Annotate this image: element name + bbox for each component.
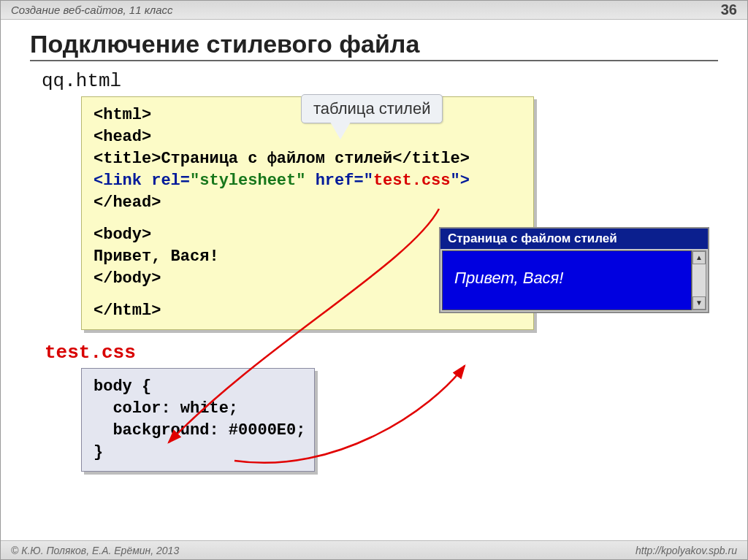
page-number: 36 (721, 1, 737, 18)
css-file-label: test.css (45, 342, 718, 364)
code-line: <head> (94, 126, 522, 148)
code-line: background: #0000E0; (94, 420, 302, 442)
scrollbar[interactable]: ▲ ▼ (692, 250, 706, 310)
code-line: <title>Страница с файлом стилей</title> (94, 148, 522, 170)
browser-body: Привет, Вася! (442, 250, 692, 310)
copyright: © К.Ю. Поляков, Е.А. Ерёмин, 2013 (11, 545, 179, 556)
spacer (94, 214, 522, 224)
browser-titlebar: Страница с файлом стилей (440, 229, 708, 249)
footer-link[interactable]: http://kpolyakov.spb.ru (636, 545, 737, 556)
browser-client: Привет, Вася! ▲ ▼ (440, 249, 708, 312)
footer-bar: © К.Ю. Поляков, Е.А. Ерёмин, 2013 http:/… (1, 540, 747, 559)
css-code-box: body { color: white; background: #0000E0… (81, 368, 315, 472)
breadcrumb: Создание веб-сайтов, 11 класс (11, 4, 173, 16)
callout-tail (330, 122, 351, 139)
scroll-up-icon[interactable]: ▲ (692, 251, 706, 264)
callout-stylesheet: таблица стилей (301, 94, 443, 123)
slide: Создание веб-сайтов, 11 класс 36 Подключ… (0, 0, 748, 560)
code-line: body { (94, 376, 302, 398)
code-line: } (94, 442, 302, 464)
code-line: </head> (94, 192, 522, 214)
browser-preview: Страница с файлом стилей Привет, Вася! ▲… (439, 227, 709, 313)
code-line: color: white; (94, 398, 302, 420)
header-bar: Создание веб-сайтов, 11 класс 36 (1, 1, 747, 20)
scroll-down-icon[interactable]: ▼ (692, 296, 706, 310)
html-file-label: qq.html (42, 70, 718, 92)
page-title: Подключение стилевого файла (30, 30, 718, 61)
code-line-link: <link rel="stylesheet" href="test.css"> (94, 170, 522, 192)
